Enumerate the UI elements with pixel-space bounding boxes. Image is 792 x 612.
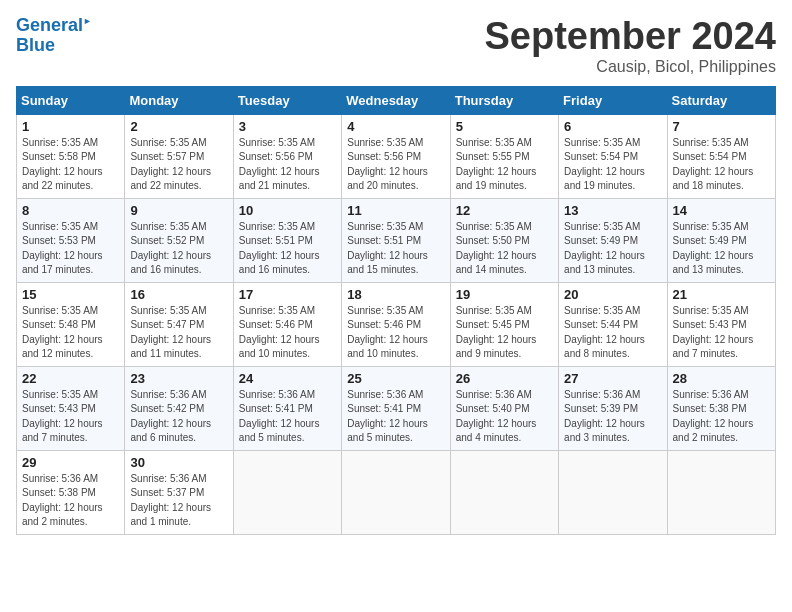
day-number: 19 [456, 287, 553, 302]
day-number: 22 [22, 371, 119, 386]
calendar-cell [342, 450, 450, 534]
calendar-cell: 7Sunrise: 5:35 AM Sunset: 5:54 PM Daylig… [667, 114, 775, 198]
day-info: Sunrise: 5:36 AM Sunset: 5:39 PM Dayligh… [564, 388, 661, 446]
calendar-table: SundayMondayTuesdayWednesdayThursdayFrid… [16, 86, 776, 535]
calendar-cell: 26Sunrise: 5:36 AM Sunset: 5:40 PM Dayli… [450, 366, 558, 450]
day-number: 3 [239, 119, 336, 134]
calendar-cell: 24Sunrise: 5:36 AM Sunset: 5:41 PM Dayli… [233, 366, 341, 450]
week-row-0: 1Sunrise: 5:35 AM Sunset: 5:58 PM Daylig… [17, 114, 776, 198]
day-info: Sunrise: 5:35 AM Sunset: 5:56 PM Dayligh… [347, 136, 444, 194]
day-header-thursday: Thursday [450, 86, 558, 114]
day-number: 10 [239, 203, 336, 218]
calendar-cell: 20Sunrise: 5:35 AM Sunset: 5:44 PM Dayli… [559, 282, 667, 366]
calendar-cell: 28Sunrise: 5:36 AM Sunset: 5:38 PM Dayli… [667, 366, 775, 450]
day-info: Sunrise: 5:35 AM Sunset: 5:47 PM Dayligh… [130, 304, 227, 362]
day-info: Sunrise: 5:36 AM Sunset: 5:41 PM Dayligh… [347, 388, 444, 446]
calendar-cell: 25Sunrise: 5:36 AM Sunset: 5:41 PM Dayli… [342, 366, 450, 450]
calendar-cell: 3Sunrise: 5:35 AM Sunset: 5:56 PM Daylig… [233, 114, 341, 198]
calendar-cell: 5Sunrise: 5:35 AM Sunset: 5:55 PM Daylig… [450, 114, 558, 198]
calendar-cell: 27Sunrise: 5:36 AM Sunset: 5:39 PM Dayli… [559, 366, 667, 450]
calendar-cell: 29Sunrise: 5:36 AM Sunset: 5:38 PM Dayli… [17, 450, 125, 534]
day-info: Sunrise: 5:35 AM Sunset: 5:51 PM Dayligh… [239, 220, 336, 278]
week-row-2: 15Sunrise: 5:35 AM Sunset: 5:48 PM Dayli… [17, 282, 776, 366]
day-info: Sunrise: 5:35 AM Sunset: 5:54 PM Dayligh… [673, 136, 770, 194]
day-info: Sunrise: 5:35 AM Sunset: 5:53 PM Dayligh… [22, 220, 119, 278]
week-row-4: 29Sunrise: 5:36 AM Sunset: 5:38 PM Dayli… [17, 450, 776, 534]
day-info: Sunrise: 5:36 AM Sunset: 5:40 PM Dayligh… [456, 388, 553, 446]
calendar-cell [559, 450, 667, 534]
day-header-friday: Friday [559, 86, 667, 114]
calendar-container: General►Blue September 2024 Causip, Bico… [0, 0, 792, 543]
day-header-wednesday: Wednesday [342, 86, 450, 114]
calendar-cell: 19Sunrise: 5:35 AM Sunset: 5:45 PM Dayli… [450, 282, 558, 366]
calendar-cell: 15Sunrise: 5:35 AM Sunset: 5:48 PM Dayli… [17, 282, 125, 366]
day-number: 7 [673, 119, 770, 134]
day-header-sunday: Sunday [17, 86, 125, 114]
calendar-cell: 23Sunrise: 5:36 AM Sunset: 5:42 PM Dayli… [125, 366, 233, 450]
day-number: 16 [130, 287, 227, 302]
day-number: 9 [130, 203, 227, 218]
day-number: 25 [347, 371, 444, 386]
day-number: 4 [347, 119, 444, 134]
day-info: Sunrise: 5:35 AM Sunset: 5:51 PM Dayligh… [347, 220, 444, 278]
day-info: Sunrise: 5:35 AM Sunset: 5:43 PM Dayligh… [22, 388, 119, 446]
day-header-tuesday: Tuesday [233, 86, 341, 114]
day-info: Sunrise: 5:36 AM Sunset: 5:38 PM Dayligh… [22, 472, 119, 530]
calendar-cell: 1Sunrise: 5:35 AM Sunset: 5:58 PM Daylig… [17, 114, 125, 198]
day-number: 24 [239, 371, 336, 386]
calendar-cell [450, 450, 558, 534]
day-info: Sunrise: 5:35 AM Sunset: 5:46 PM Dayligh… [347, 304, 444, 362]
calendar-cell: 17Sunrise: 5:35 AM Sunset: 5:46 PM Dayli… [233, 282, 341, 366]
day-number: 28 [673, 371, 770, 386]
calendar-cell [667, 450, 775, 534]
day-info: Sunrise: 5:35 AM Sunset: 5:49 PM Dayligh… [564, 220, 661, 278]
calendar-cell: 6Sunrise: 5:35 AM Sunset: 5:54 PM Daylig… [559, 114, 667, 198]
title-block: September 2024 Causip, Bicol, Philippine… [485, 16, 777, 76]
day-number: 13 [564, 203, 661, 218]
day-number: 27 [564, 371, 661, 386]
day-info: Sunrise: 5:36 AM Sunset: 5:42 PM Dayligh… [130, 388, 227, 446]
day-info: Sunrise: 5:35 AM Sunset: 5:45 PM Dayligh… [456, 304, 553, 362]
calendar-cell: 10Sunrise: 5:35 AM Sunset: 5:51 PM Dayli… [233, 198, 341, 282]
day-info: Sunrise: 5:35 AM Sunset: 5:46 PM Dayligh… [239, 304, 336, 362]
calendar-cell: 12Sunrise: 5:35 AM Sunset: 5:50 PM Dayli… [450, 198, 558, 282]
day-info: Sunrise: 5:36 AM Sunset: 5:37 PM Dayligh… [130, 472, 227, 530]
calendar-cell [233, 450, 341, 534]
day-number: 8 [22, 203, 119, 218]
day-number: 29 [22, 455, 119, 470]
day-number: 18 [347, 287, 444, 302]
calendar-cell: 13Sunrise: 5:35 AM Sunset: 5:49 PM Dayli… [559, 198, 667, 282]
calendar-cell: 9Sunrise: 5:35 AM Sunset: 5:52 PM Daylig… [125, 198, 233, 282]
calendar-cell: 2Sunrise: 5:35 AM Sunset: 5:57 PM Daylig… [125, 114, 233, 198]
calendar-cell: 21Sunrise: 5:35 AM Sunset: 5:43 PM Dayli… [667, 282, 775, 366]
day-number: 5 [456, 119, 553, 134]
header-row: SundayMondayTuesdayWednesdayThursdayFrid… [17, 86, 776, 114]
day-number: 21 [673, 287, 770, 302]
day-info: Sunrise: 5:35 AM Sunset: 5:48 PM Dayligh… [22, 304, 119, 362]
day-info: Sunrise: 5:35 AM Sunset: 5:56 PM Dayligh… [239, 136, 336, 194]
day-number: 14 [673, 203, 770, 218]
calendar-subtitle: Causip, Bicol, Philippines [485, 58, 777, 76]
day-info: Sunrise: 5:35 AM Sunset: 5:50 PM Dayligh… [456, 220, 553, 278]
calendar-cell: 22Sunrise: 5:35 AM Sunset: 5:43 PM Dayli… [17, 366, 125, 450]
calendar-cell: 16Sunrise: 5:35 AM Sunset: 5:47 PM Dayli… [125, 282, 233, 366]
week-row-1: 8Sunrise: 5:35 AM Sunset: 5:53 PM Daylig… [17, 198, 776, 282]
day-info: Sunrise: 5:35 AM Sunset: 5:49 PM Dayligh… [673, 220, 770, 278]
day-number: 26 [456, 371, 553, 386]
day-number: 12 [456, 203, 553, 218]
calendar-cell: 18Sunrise: 5:35 AM Sunset: 5:46 PM Dayli… [342, 282, 450, 366]
logo-text: General►Blue [16, 16, 92, 56]
day-info: Sunrise: 5:36 AM Sunset: 5:38 PM Dayligh… [673, 388, 770, 446]
calendar-cell: 4Sunrise: 5:35 AM Sunset: 5:56 PM Daylig… [342, 114, 450, 198]
day-number: 17 [239, 287, 336, 302]
day-number: 20 [564, 287, 661, 302]
day-number: 23 [130, 371, 227, 386]
calendar-cell: 11Sunrise: 5:35 AM Sunset: 5:51 PM Dayli… [342, 198, 450, 282]
day-info: Sunrise: 5:35 AM Sunset: 5:57 PM Dayligh… [130, 136, 227, 194]
logo: General►Blue [16, 16, 92, 56]
calendar-cell: 30Sunrise: 5:36 AM Sunset: 5:37 PM Dayli… [125, 450, 233, 534]
day-info: Sunrise: 5:35 AM Sunset: 5:58 PM Dayligh… [22, 136, 119, 194]
day-info: Sunrise: 5:35 AM Sunset: 5:43 PM Dayligh… [673, 304, 770, 362]
week-row-3: 22Sunrise: 5:35 AM Sunset: 5:43 PM Dayli… [17, 366, 776, 450]
day-number: 11 [347, 203, 444, 218]
